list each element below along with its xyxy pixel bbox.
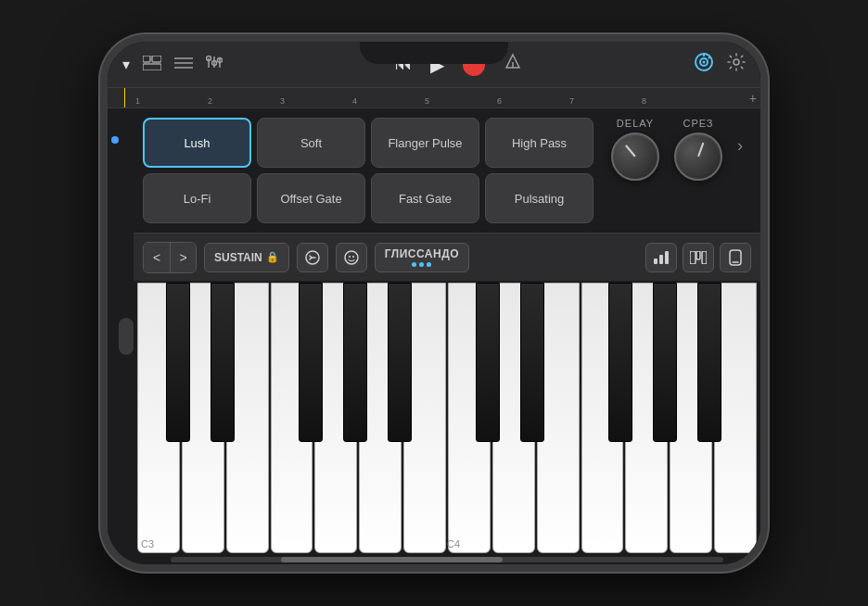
lock-icon: 🔒 bbox=[266, 251, 279, 263]
ruler-num-3: 3 bbox=[280, 96, 285, 106]
phone-frame: ▾ bbox=[100, 34, 768, 572]
svg-point-23 bbox=[352, 256, 354, 258]
svg-rect-2 bbox=[143, 64, 161, 70]
white-key-b4[interactable] bbox=[714, 283, 757, 553]
ruler-num-5: 5 bbox=[425, 96, 429, 106]
sliders-icon[interactable] bbox=[206, 55, 223, 74]
ruler-num-6: 6 bbox=[497, 96, 502, 106]
settings-icon[interactable] bbox=[727, 53, 746, 76]
notch bbox=[360, 42, 508, 64]
list-icon[interactable] bbox=[174, 55, 193, 74]
preset-lush[interactable]: Lush bbox=[143, 118, 251, 168]
srez-label: СРЕЗ bbox=[683, 118, 713, 129]
chord-button[interactable] bbox=[683, 243, 714, 272]
layout-icon[interactable] bbox=[143, 56, 161, 74]
ruler-num-8: 8 bbox=[642, 96, 646, 106]
glissando-button[interactable]: ГЛИССАНДО bbox=[375, 243, 469, 272]
toolbar-left: ▾ bbox=[122, 55, 223, 74]
svg-line-18 bbox=[708, 57, 710, 58]
svg-rect-25 bbox=[659, 255, 663, 264]
arp-button[interactable] bbox=[645, 243, 677, 272]
glissando-label: ГЛИССАНДО bbox=[385, 247, 459, 260]
dropdown-icon[interactable]: ▾ bbox=[122, 56, 130, 73]
svg-point-22 bbox=[349, 256, 351, 258]
octave-nav: < > bbox=[143, 242, 197, 273]
content-area: Lush Soft Flanger Pulse High Pass Lo-Fi … bbox=[134, 108, 760, 564]
white-key-g3[interactable] bbox=[314, 283, 357, 553]
record-ctrl-button[interactable] bbox=[297, 243, 328, 272]
white-key-d3[interactable] bbox=[182, 283, 224, 553]
ruler-playhead bbox=[124, 88, 125, 107]
ruler-num-1: 1 bbox=[135, 96, 140, 106]
left-sidebar bbox=[108, 108, 134, 564]
glissando-dot-2 bbox=[419, 262, 424, 267]
piano-label-c4: C4 bbox=[447, 538, 460, 549]
keyboard-controls: < > SUSTAIN 🔒 bbox=[134, 233, 760, 281]
ruler: 1 2 3 4 5 6 7 8 + bbox=[108, 88, 760, 108]
white-key-b3[interactable] bbox=[403, 283, 446, 553]
preset-flanger-pulse[interactable]: Flanger Pulse bbox=[371, 118, 479, 168]
effects-panel: DELAY СРЕЗ › bbox=[603, 118, 751, 223]
preset-offset-gate[interactable]: Offset Gate bbox=[257, 173, 365, 223]
preset-effects-area: Lush Soft Flanger Pulse High Pass Lo-Fi … bbox=[134, 108, 760, 233]
piano-area: C3 C4 bbox=[134, 281, 760, 564]
metronome-icon[interactable] bbox=[504, 53, 522, 76]
toolbar-right bbox=[694, 52, 746, 77]
preset-lo-fi[interactable]: Lo-Fi bbox=[143, 173, 251, 223]
sustain-button[interactable]: SUSTAIN 🔒 bbox=[204, 243, 289, 272]
preset-fast-gate[interactable]: Fast Gate bbox=[371, 173, 479, 223]
sidebar-dot bbox=[111, 136, 119, 144]
emoji-button[interactable] bbox=[336, 243, 367, 272]
svg-rect-26 bbox=[665, 251, 669, 264]
sound-icon[interactable] bbox=[694, 52, 714, 77]
ruler-num-2: 2 bbox=[208, 96, 212, 106]
right-ctrl-group bbox=[645, 243, 751, 272]
white-key-c4[interactable] bbox=[448, 283, 491, 553]
white-key-f3[interactable] bbox=[271, 283, 313, 553]
svg-rect-30 bbox=[702, 251, 707, 264]
preset-soft[interactable]: Soft bbox=[257, 118, 365, 168]
white-keys-container bbox=[134, 281, 760, 555]
white-key-a4[interactable] bbox=[670, 283, 712, 553]
white-key-e4[interactable] bbox=[537, 283, 580, 553]
octave-next-button[interactable]: > bbox=[170, 243, 196, 272]
svg-rect-0 bbox=[143, 56, 150, 62]
sidebar-handle[interactable] bbox=[119, 318, 134, 355]
main-area: Lush Soft Flanger Pulse High Pass Lo-Fi … bbox=[108, 108, 760, 564]
piano-wrapper[interactable]: C3 C4 bbox=[134, 281, 760, 555]
ruler-num-7: 7 bbox=[569, 96, 574, 106]
ruler-num-4: 4 bbox=[352, 96, 357, 106]
preset-high-pass[interactable]: High Pass bbox=[485, 118, 594, 168]
srez-knob-container: СРЕЗ bbox=[674, 118, 722, 181]
white-key-a3[interactable] bbox=[359, 283, 402, 553]
screen: ▾ bbox=[108, 42, 760, 564]
white-key-f4[interactable] bbox=[581, 283, 624, 553]
svg-point-19 bbox=[734, 59, 739, 65]
preset-pulsating[interactable]: Pulsating bbox=[485, 173, 594, 223]
svg-point-16 bbox=[703, 61, 706, 64]
glissando-dot-3 bbox=[427, 262, 431, 267]
svg-rect-1 bbox=[152, 56, 161, 62]
effects-next-arrow[interactable]: › bbox=[737, 136, 743, 156]
phone-ctrl-button[interactable] bbox=[720, 243, 751, 272]
svg-rect-27 bbox=[690, 251, 696, 264]
white-key-e3[interactable] bbox=[226, 283, 269, 553]
delay-label: DELAY bbox=[617, 118, 654, 129]
svg-rect-24 bbox=[654, 259, 657, 264]
delay-knob[interactable] bbox=[611, 133, 659, 181]
piano-scroll-bar[interactable] bbox=[171, 557, 723, 562]
svg-point-21 bbox=[345, 251, 358, 264]
srez-knob[interactable] bbox=[674, 133, 722, 181]
sustain-label: SUSTAIN bbox=[214, 251, 262, 264]
piano-scroll-thumb bbox=[281, 557, 502, 562]
white-key-d4[interactable] bbox=[492, 283, 535, 553]
white-key-c3[interactable] bbox=[137, 283, 180, 553]
white-key-g4[interactable] bbox=[625, 283, 668, 553]
glissando-dot-1 bbox=[412, 262, 416, 267]
delay-knob-container: DELAY bbox=[611, 118, 659, 181]
piano-label-c3: C3 bbox=[141, 538, 154, 549]
ruler-add-button[interactable]: + bbox=[749, 91, 757, 106]
effects-knobs-row: DELAY СРЕЗ › bbox=[611, 118, 743, 181]
ruler-inner: 1 2 3 4 5 6 7 8 bbox=[115, 88, 753, 107]
octave-prev-button[interactable]: < bbox=[144, 243, 170, 272]
